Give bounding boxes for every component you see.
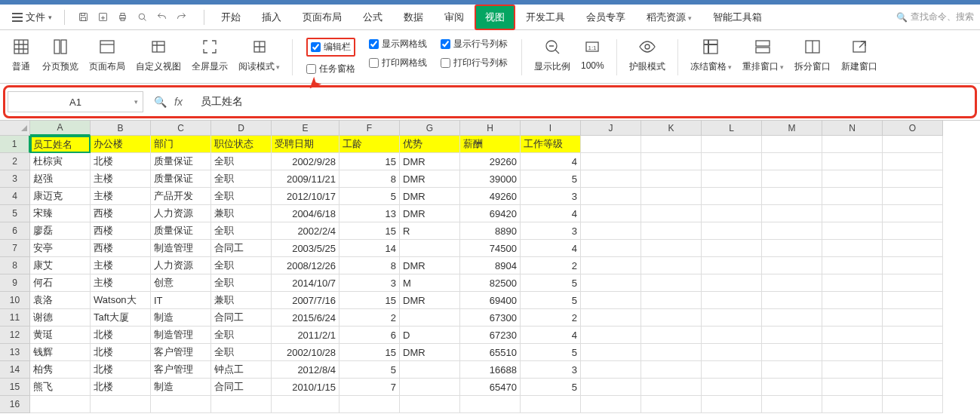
fx-icon[interactable]: fx	[174, 96, 183, 108]
table-cell[interactable]: 全职	[211, 222, 272, 240]
select-all-corner[interactable]	[0, 121, 30, 136]
table-cell[interactable]: DMR	[400, 205, 460, 222]
view-page-break[interactable]: 分页预览	[39, 36, 81, 73]
table-cell[interactable]	[30, 396, 91, 413]
table-cell[interactable]: 4	[521, 240, 581, 257]
table-cell[interactable]	[702, 396, 762, 413]
table-cell[interactable]	[883, 379, 943, 396]
table-cell[interactable]: 全职	[211, 170, 272, 188]
table-header-cell[interactable]	[762, 136, 822, 153]
table-cell[interactable]	[822, 222, 883, 240]
col-header-L[interactable]: L	[702, 121, 762, 136]
table-cell[interactable]	[641, 344, 702, 361]
table-cell[interactable]: 质量保证	[151, 153, 211, 170]
table-cell[interactable]: 2003/5/25	[272, 240, 339, 257]
table-cell[interactable]	[272, 396, 339, 413]
check-edit-bar-input[interactable]	[311, 42, 321, 52]
table-cell[interactable]	[702, 327, 762, 344]
tab-daoke[interactable]: 稻壳资源	[636, 5, 702, 30]
table-cell[interactable]	[641, 396, 702, 413]
view-normal[interactable]: 普通	[8, 36, 35, 73]
table-cell[interactable]: 北楼	[91, 327, 151, 344]
table-header-cell[interactable]: 办公楼	[91, 136, 151, 153]
table-cell[interactable]: 主楼	[91, 188, 151, 205]
table-cell[interactable]: 4	[521, 205, 581, 222]
col-header-M[interactable]: M	[762, 121, 822, 136]
view-page-layout[interactable]: 页面布局	[86, 36, 128, 73]
tab-review[interactable]: 审阅	[434, 5, 475, 30]
table-cell[interactable]: 全职	[211, 327, 272, 344]
table-cell[interactable]	[702, 274, 762, 292]
table-cell[interactable]: 北楼	[91, 379, 151, 396]
print-icon[interactable]	[116, 11, 128, 23]
table-cell[interactable]: 2	[521, 309, 581, 327]
table-cell[interactable]	[460, 396, 521, 413]
table-cell[interactable]	[822, 327, 883, 344]
table-cell[interactable]: 14	[339, 240, 400, 257]
row-header[interactable]: 15	[0, 379, 30, 396]
table-cell[interactable]: 全职	[211, 153, 272, 170]
tab-view[interactable]: 视图	[475, 5, 515, 30]
table-cell[interactable]: 西楼	[91, 240, 151, 257]
table-cell[interactable]: 8904	[460, 257, 521, 274]
table-cell[interactable]	[762, 188, 822, 205]
table-cell[interactable]: 熊飞	[30, 379, 91, 396]
table-cell[interactable]: 82500	[460, 274, 521, 292]
table-cell[interactable]: 谢德	[30, 309, 91, 327]
table-header-cell[interactable]: 职位状态	[211, 136, 272, 153]
table-cell[interactable]: 创意	[151, 274, 211, 292]
check-print-rowcol-input[interactable]	[441, 58, 450, 68]
table-cell[interactable]	[581, 205, 641, 222]
table-cell[interactable]	[400, 379, 460, 396]
table-cell[interactable]	[641, 292, 702, 309]
table-cell[interactable]: 3	[521, 188, 581, 205]
table-cell[interactable]: 15	[339, 292, 400, 309]
table-cell[interactable]: 5	[339, 361, 400, 379]
table-cell[interactable]: 4	[521, 153, 581, 170]
table-cell[interactable]	[762, 396, 822, 413]
row-header[interactable]: 1	[0, 136, 30, 153]
table-cell[interactable]: 客户管理	[151, 344, 211, 361]
table-cell[interactable]	[641, 309, 702, 327]
table-cell[interactable]	[641, 153, 702, 170]
table-cell[interactable]	[883, 205, 943, 222]
table-cell[interactable]: 8	[339, 170, 400, 188]
table-cell[interactable]	[762, 379, 822, 396]
table-cell[interactable]: 制造管理	[151, 240, 211, 257]
print-preview-icon[interactable]	[136, 11, 148, 23]
col-header-I[interactable]: I	[521, 121, 581, 136]
table-cell[interactable]: 5	[339, 188, 400, 205]
table-cell[interactable]: 2010/1/15	[272, 379, 339, 396]
search-icon[interactable]: 🔍	[154, 96, 167, 108]
table-cell[interactable]	[883, 309, 943, 327]
table-cell[interactable]: 7	[339, 379, 400, 396]
col-header-J[interactable]: J	[581, 121, 641, 136]
table-cell[interactable]	[822, 240, 883, 257]
table-cell[interactable]: 2014/10/7	[272, 274, 339, 292]
table-cell[interactable]: 15	[339, 153, 400, 170]
table-cell[interactable]: M	[400, 274, 460, 292]
view-reading-mode[interactable]: 阅读模式	[235, 36, 283, 73]
table-cell[interactable]: 客户管理	[151, 361, 211, 379]
table-header-cell[interactable]: 工作等级	[521, 136, 581, 153]
table-cell[interactable]	[762, 222, 822, 240]
table-cell[interactable]: 39000	[460, 170, 521, 188]
table-cell[interactable]: 钟点工	[211, 361, 272, 379]
table-cell[interactable]	[822, 361, 883, 379]
row-header[interactable]: 16	[0, 396, 30, 413]
row-header[interactable]: 2	[0, 153, 30, 170]
table-cell[interactable]	[702, 309, 762, 327]
table-cell[interactable]	[581, 379, 641, 396]
table-cell[interactable]	[641, 379, 702, 396]
table-cell[interactable]	[762, 257, 822, 274]
table-cell[interactable]: 67230	[460, 327, 521, 344]
table-cell[interactable]	[581, 240, 641, 257]
table-cell[interactable]: 制造	[151, 309, 211, 327]
table-cell[interactable]	[822, 153, 883, 170]
chevron-down-icon[interactable]: ▾	[134, 98, 138, 106]
active-cell[interactable]: 员工姓名	[30, 136, 91, 153]
check-show-rowcol-input[interactable]	[441, 39, 450, 49]
row-header[interactable]: 11	[0, 309, 30, 327]
table-cell[interactable]	[521, 396, 581, 413]
table-cell[interactable]: 兼职	[211, 205, 272, 222]
